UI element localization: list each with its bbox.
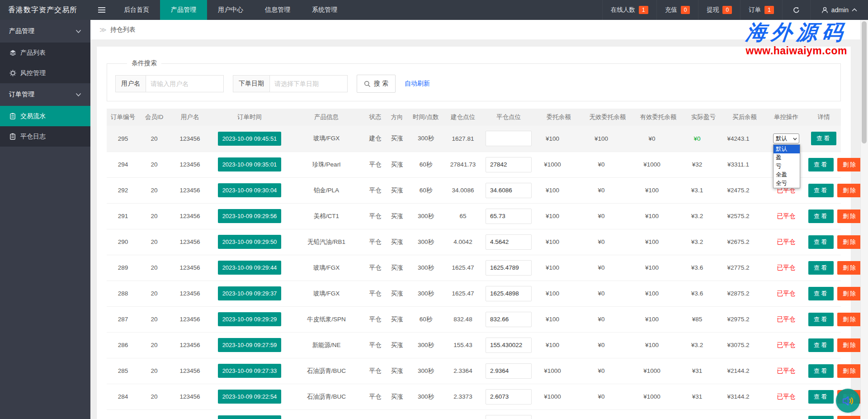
auto-refresh-link[interactable]: 自动刷新 [405,80,430,88]
page-scrollbar[interactable] [860,20,868,419]
close-point-input[interactable] [486,415,532,419]
cell-duration: 60秒 [408,409,444,419]
view-button[interactable]: 查看 [811,132,836,145]
close-point-input[interactable] [486,209,532,224]
view-button[interactable]: 查看 [808,210,834,223]
control-option-4[interactable]: 全亏 [774,179,800,188]
sidebar-item-1-0[interactable]: 交易流水 [0,106,90,126]
control-option-0[interactable]: 默认 [774,145,800,153]
refresh-button[interactable] [782,0,810,20]
view-button[interactable]: 查看 [808,390,834,404]
view-button[interactable]: 查看 [808,416,834,419]
delete-button[interactable]: 删除 [837,338,863,352]
sound-toggle-button[interactable] [836,389,860,413]
close-point-input[interactable] [486,183,532,198]
nav-stat-2[interactable]: 提现0 [698,0,740,20]
col-header-2: 用户名 [169,109,211,126]
close-point-input[interactable] [486,131,532,146]
close-point-input[interactable] [486,234,532,250]
user-menu[interactable]: admin [810,0,868,20]
nav-item-4[interactable]: 系统管理 [301,0,348,20]
cell-invalid-entrust: ¥0 [582,229,633,255]
username-input[interactable] [146,75,224,92]
control-option-1[interactable]: 盈 [774,153,800,162]
nav-item-1[interactable]: 产品管理 [160,0,207,20]
nav-item-3[interactable]: 信息管理 [254,0,301,20]
cell-entrust-balance: ¥100 [535,126,582,152]
nav-stat-3[interactable]: 订单1 [740,0,782,20]
cell-detail: 查看删除 [807,358,841,384]
scrollbar-thumb[interactable] [862,21,867,143]
cell-detail: 查看删除 [807,229,841,255]
sidebar: 产品管理产品列表风控管理订单管理交易流水平仓日志 [0,20,90,419]
cell-member-id: 20 [139,281,169,306]
cell-control: 已平仓 [766,229,807,255]
view-button[interactable]: 查看 [808,313,834,326]
order-time-badge: 2023-10-09 09:29:44 [218,261,282,275]
cell-control: 默认默认盈亏全盈全亏 [766,126,807,152]
cell-detail: 查看删除 [807,384,841,409]
delete-button[interactable]: 删除 [837,184,863,197]
cell-direction: 买涨 [386,126,408,152]
cell-product: 无铅汽油/RB1 [288,229,364,255]
order-date-input[interactable] [270,75,348,92]
table-row: 292201234562023-10-09 09:30:04铂金/PLA平仓买涨… [107,177,841,203]
control-select[interactable]: 默认 [773,133,799,143]
view-button[interactable]: 查看 [808,287,834,300]
view-button[interactable]: 查看 [808,158,834,171]
view-button[interactable]: 查看 [808,338,834,352]
sidebar-item-1-1[interactable]: 平仓日志 [0,126,90,147]
close-point-input[interactable] [486,286,532,301]
hamburger-icon[interactable] [90,0,113,20]
cell-product: 石油沥青/BUC [288,384,364,409]
cell-status: 平仓 [364,384,386,409]
delete-button[interactable]: 删除 [837,261,863,275]
control-option-3[interactable]: 全盈 [774,171,800,179]
nav-item-0[interactable]: 后台首页 [113,0,160,20]
order-time-badge: 2023-10-09 09:29:37 [218,286,282,300]
stat-group: 在线人数1充值0提现0订单1 [602,0,782,20]
nav-stat-1[interactable]: 充值0 [656,0,698,20]
close-point-input[interactable] [486,338,532,353]
cell-close-point [482,409,535,419]
cell-after-balance: ¥3075.2 [723,332,766,358]
cell-detail: 查看删除 [807,332,841,358]
sidebar-group-0[interactable]: 产品管理 [0,20,90,43]
close-point-input[interactable] [486,157,532,172]
close-point-input[interactable] [486,363,532,379]
sidebar-group-1[interactable]: 订单管理 [0,83,90,106]
delete-button[interactable]: 删除 [837,235,863,249]
order-time-badge: 2023-10-09 09:30:04 [218,183,282,197]
cell-product: 玻璃/FGX [288,281,364,306]
table-row: 283201234562023-10-09 09:21:20宝石/Gemston… [107,409,841,419]
view-button[interactable]: 查看 [808,235,834,249]
cell-close-point [482,255,535,281]
close-point-input[interactable] [486,312,532,327]
control-option-2[interactable]: 亏 [774,162,800,171]
delete-button[interactable]: 删除 [837,287,863,300]
cell-after-balance: ¥2875.2 [723,281,766,306]
cell-order-time: 2023-10-09 09:29:56 [211,203,288,229]
delete-button[interactable]: 删除 [837,210,863,223]
close-point-input[interactable] [486,260,532,276]
cell-order-id: 292 [107,177,139,203]
sidebar-item-0-1[interactable]: 风控管理 [0,63,90,83]
sidebar-item-0-0[interactable]: 产品列表 [0,43,90,63]
view-button[interactable]: 查看 [808,184,834,197]
col-header-4: 产品信息 [288,109,364,126]
nav-item-2[interactable]: 用户中心 [207,0,254,20]
cell-order-time: 2023-10-09 09:29:44 [211,255,288,281]
cell-status: 平仓 [364,255,386,281]
view-button[interactable]: 查看 [808,364,834,378]
delete-button[interactable]: 删除 [837,158,863,171]
delete-button[interactable]: 删除 [837,364,863,378]
cell-member-id: 20 [139,409,169,419]
view-button[interactable]: 查看 [808,261,834,275]
cell-order-time: 2023-10-09 09:27:33 [211,358,288,384]
nav-stat-0[interactable]: 在线人数1 [602,0,656,20]
close-point-input[interactable] [486,389,532,405]
delete-button[interactable]: 删除 [837,313,863,326]
closed-status-text: 已平仓 [777,393,796,400]
delete-button[interactable]: 删除 [837,416,863,419]
search-button[interactable]: 搜 索 [357,75,396,93]
